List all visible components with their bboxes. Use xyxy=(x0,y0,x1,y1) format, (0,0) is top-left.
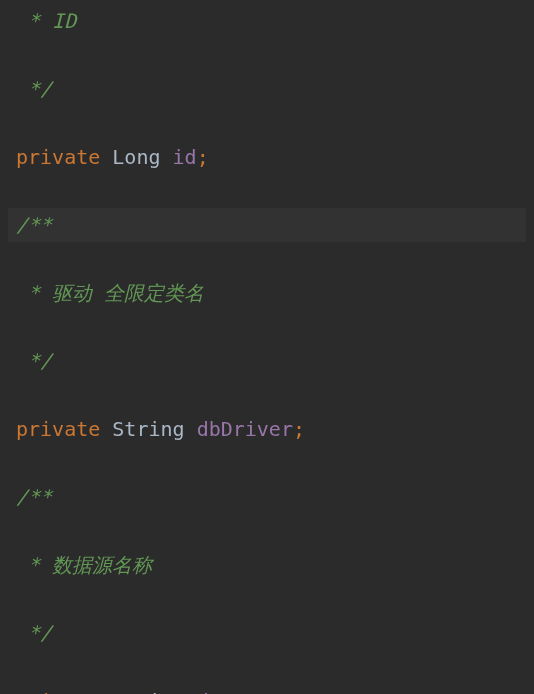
code-token: */ xyxy=(16,349,52,373)
code-line[interactable]: */ xyxy=(8,72,526,106)
code-line[interactable]: /** xyxy=(8,480,526,514)
code-token: /** xyxy=(16,213,52,237)
code-token: ; xyxy=(197,145,209,169)
code-token: /** xyxy=(16,485,52,509)
code-token: datasourceName xyxy=(197,689,366,694)
code-editor[interactable]: * ID */ private Long id; /** * 驱动 全限定类名 … xyxy=(0,0,534,694)
code-line[interactable]: * ID xyxy=(8,4,526,38)
code-line[interactable]: */ xyxy=(8,344,526,378)
code-token: private xyxy=(16,145,112,169)
code-token: Long xyxy=(112,145,172,169)
code-token: private xyxy=(16,689,112,694)
code-token: * 数据源名称 xyxy=(16,553,152,577)
code-line[interactable]: private String dbDriver; xyxy=(8,412,526,446)
code-token: ; xyxy=(365,689,377,694)
code-line[interactable]: * 数据源名称 xyxy=(8,548,526,582)
code-token: id xyxy=(173,145,197,169)
code-token: dbDriver xyxy=(197,417,293,441)
code-token: * 驱动 全限定类名 xyxy=(16,281,204,305)
code-token: ; xyxy=(293,417,305,441)
code-line[interactable]: * 驱动 全限定类名 xyxy=(8,276,526,310)
code-token: * ID xyxy=(16,9,76,33)
code-token: */ xyxy=(16,621,52,645)
code-token: String xyxy=(112,689,196,694)
code-token: String xyxy=(112,417,196,441)
code-line[interactable]: private String datasourceName; xyxy=(8,684,526,694)
code-token: */ xyxy=(16,77,52,101)
code-line[interactable]: private Long id; xyxy=(8,140,526,174)
code-line[interactable]: */ xyxy=(8,616,526,650)
code-token: private xyxy=(16,417,112,441)
code-line[interactable]: /** xyxy=(8,208,526,242)
